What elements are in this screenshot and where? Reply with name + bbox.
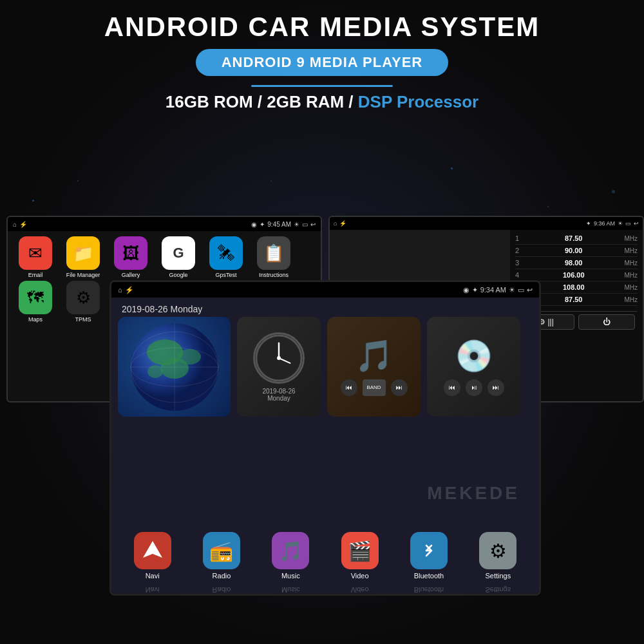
status-right-home: ◉ ✦ 9:45 AM ☀ ▭ ↩: [251, 221, 316, 228]
radio-icon: 📻: [203, 532, 240, 569]
main-status-bar: ⌂ ⚡ ◉ ✦ 9:34 AM ☀ ▭ ↩: [111, 282, 539, 298]
reflection-row: Navi Radio Music Video Bluetooth Setting…: [111, 585, 539, 594]
divider-line: [251, 85, 393, 87]
ref-video: Video: [334, 586, 386, 594]
gpstest-label: GpsTest: [215, 272, 236, 278]
screens-area: ⌂ ⚡ ◉ ✦ 9:45 AM ☀ ▭ ↩ ✉ Email 📁: [6, 216, 638, 589]
preset-4-freq: 106.00: [563, 271, 585, 279]
main-status-right: ◉ ✦ 9:34 AM ☀ ▭ ↩: [463, 286, 533, 294]
app-gpstest[interactable]: 🛰 GpsTest: [204, 236, 249, 278]
main-brightness-icon: ☀: [509, 286, 515, 294]
google-label: Google: [169, 272, 187, 278]
preset-1[interactable]: 1 87.50 MHz: [515, 232, 638, 245]
app-gallery[interactable]: 🖼 Gallery: [108, 236, 153, 278]
main-time: 9:34 AM: [480, 286, 506, 294]
app-bluetooth[interactable]: Bluetooth: [410, 532, 448, 580]
filemanager-icon: 📁: [66, 236, 100, 270]
music-controls: ⏮ BAND ⏭: [341, 379, 408, 396]
ref-music: Music: [265, 586, 316, 594]
main-title: ANDROID CAR MEDIA SYSTEM: [0, 12, 644, 43]
app-settings[interactable]: ⚙ Settings: [479, 532, 516, 580]
maps-label: Maps: [28, 316, 43, 323]
gpstest-icon: 🛰: [209, 236, 243, 270]
app-instructions[interactable]: 📋 Instructions: [251, 236, 296, 278]
record-prev[interactable]: ⏮: [444, 379, 460, 396]
widget-record[interactable]: 💿 ⏮ ⏯ ⏭: [427, 317, 520, 417]
app-tpms[interactable]: ⚙ TPMS: [61, 281, 106, 323]
music-next[interactable]: ⏭: [391, 379, 408, 396]
app-email[interactable]: ✉ Email: [13, 236, 58, 278]
preset-6-freq: 87.50: [565, 296, 583, 303]
svg-marker-13: [143, 541, 162, 558]
music-app-icon: 🎵: [272, 532, 309, 569]
instructions-icon: 📋: [257, 236, 290, 270]
watermark: MEKEDE: [427, 483, 520, 504]
preset-5-freq: 108.00: [563, 283, 585, 291]
radio-status-right: ✦ 9:36 AM ☀ ▭ ↩: [586, 220, 639, 227]
main-back-icon: ↩: [527, 286, 533, 294]
app-google[interactable]: G Google: [156, 236, 201, 278]
bluetooth-svg: [419, 540, 439, 561]
bluetooth-icon: [410, 532, 448, 569]
widget-globe[interactable]: [118, 317, 231, 417]
video-icon: 🎬: [341, 532, 379, 569]
power-button[interactable]: ⏻: [578, 314, 635, 330]
preset-4-unit: MHz: [624, 272, 638, 279]
email-icon: ✉: [19, 236, 52, 270]
app-maps[interactable]: 🗺 Maps: [13, 281, 58, 323]
gallery-icon: 🖼: [114, 236, 147, 270]
preset-5-unit: MHz: [624, 284, 638, 291]
time-home: 9:45 AM: [267, 221, 291, 228]
app-radio[interactable]: 📻 Radio: [203, 532, 240, 580]
radio-time: 9:36 AM: [594, 220, 615, 227]
band-button[interactable]: BAND: [363, 379, 386, 396]
app-filemanager[interactable]: 📁 File Manager: [61, 236, 106, 278]
location-icon: ◉: [251, 221, 257, 228]
video-label: Video: [351, 572, 369, 580]
ref-settings: Settings: [472, 586, 524, 594]
clock-face: [253, 332, 305, 384]
instructions-label: Instructions: [259, 272, 289, 278]
navi-svg: [140, 538, 165, 563]
radio-brightness: ☀: [618, 220, 623, 227]
filemanager-label: File Manager: [66, 272, 100, 278]
preset-3-unit: MHz: [624, 260, 638, 267]
status-left-home: ⌂ ⚡: [13, 221, 27, 228]
title-section: ANDROID CAR MEDIA SYSTEM ANDROID 9 MEDIA…: [0, 0, 644, 112]
preset-4-num: 4: [515, 271, 523, 279]
back-icon: ↩: [310, 221, 316, 228]
music-prev[interactable]: ⏮: [341, 379, 357, 396]
preset-3[interactable]: 3 98.00 MHz: [515, 257, 638, 269]
home-icon: ⌂: [13, 221, 17, 228]
google-icon: G: [162, 236, 195, 270]
screen-main: ⌂ ⚡ ◉ ✦ 9:34 AM ☀ ▭ ↩ 2019-08-26 Monday: [109, 280, 541, 596]
preset-2[interactable]: 2 90.00 MHz: [515, 245, 638, 257]
subtitle-badge: ANDROID 9 MEDIA PLAYER: [196, 49, 449, 76]
radio-home-icon: ⌂: [334, 220, 337, 227]
tpms-icon: ⚙: [66, 281, 100, 314]
record-play[interactable]: ⏯: [466, 379, 482, 396]
svg-point-12: [277, 356, 281, 360]
subtitle-text: ANDROID 9 MEDIA PLAYER: [222, 54, 423, 70]
main-body: 2019-08-26 Monday: [111, 298, 539, 594]
usb-icon: ⚡: [19, 221, 27, 228]
navi-icon: [134, 532, 171, 569]
widget-clock[interactable]: 2019-08-26Monday: [237, 317, 321, 417]
brightness-icon: ☀: [294, 221, 299, 228]
main-bt-icon: ✦: [472, 286, 478, 294]
preset-3-freq: 98.00: [565, 259, 583, 267]
settings-icon: ⚙: [479, 532, 516, 569]
app-video[interactable]: 🎬 Video: [341, 532, 379, 580]
widget-music[interactable]: 🎵 ⏮ BAND ⏭: [327, 317, 421, 417]
date-display: 2019-08-26 Monday: [122, 304, 202, 314]
app-navi[interactable]: Navi: [134, 532, 171, 580]
svg-point-4: [178, 349, 201, 365]
radio-window-icon: ▭: [625, 220, 631, 227]
ref-radio: Radio: [196, 586, 247, 594]
record-next[interactable]: ⏭: [488, 379, 504, 396]
preset-2-freq: 90.00: [565, 247, 583, 254]
radio-usb-icon: ⚡: [339, 220, 346, 227]
email-label: Email: [28, 272, 43, 278]
app-music[interactable]: 🎵 Music: [272, 532, 309, 580]
specs-normal: 16GB ROM / 2GB RAM /: [166, 92, 358, 111]
